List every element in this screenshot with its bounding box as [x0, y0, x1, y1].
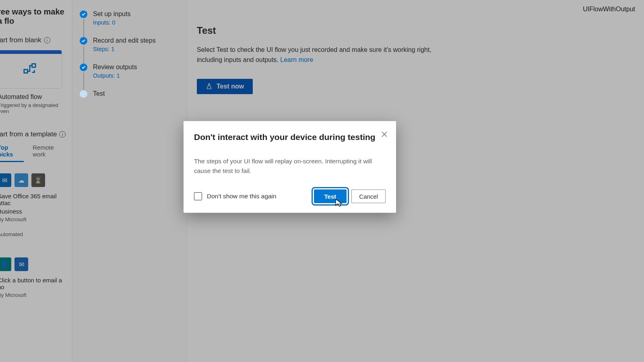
- modal-overlay: Don't interact with your device during t…: [0, 0, 644, 362]
- close-button[interactable]: [380, 130, 389, 139]
- dont-show-again-row[interactable]: Don't show me this again: [194, 192, 277, 200]
- dialog-title: Don't interact with your device during t…: [194, 132, 386, 142]
- check-icon: [80, 37, 87, 45]
- checkbox[interactable]: [194, 192, 202, 200]
- test-button[interactable]: Test: [314, 189, 347, 203]
- cancel-button[interactable]: Cancel: [351, 189, 386, 203]
- dialog-footer: Don't show me this again Test Cancel: [194, 189, 386, 203]
- checkbox-label: Don't show me this again: [207, 193, 277, 200]
- step-current-icon: [80, 90, 87, 98]
- testing-warning-dialog: Don't interact with your device during t…: [184, 121, 396, 213]
- close-icon: [382, 132, 387, 137]
- check-icon: [80, 10, 87, 18]
- check-icon: [80, 64, 87, 71]
- dialog-body: The steps of your UI flow will replay on…: [194, 156, 386, 176]
